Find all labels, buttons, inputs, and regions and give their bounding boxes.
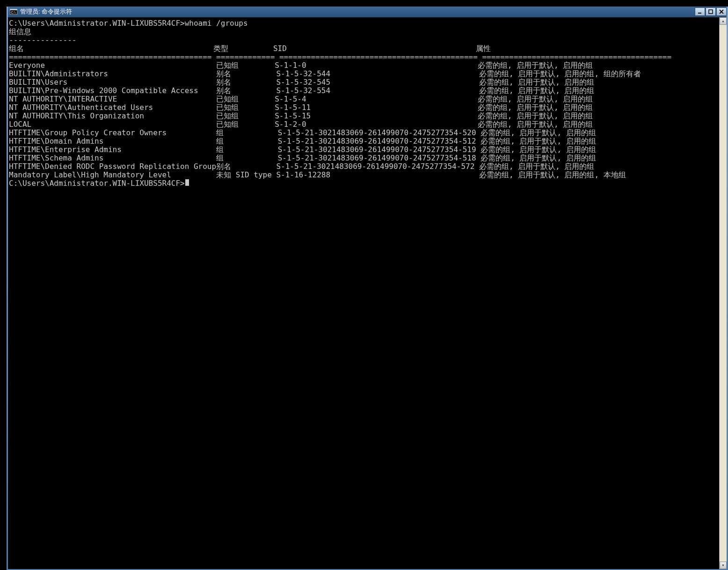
terminal-line: HTFTIME\Group Policy Creator Owners 组 S-…: [9, 129, 719, 137]
vertical-scrollbar[interactable]: ▴ ▾: [719, 17, 727, 569]
terminal-area[interactable]: C:\Users\Administrator.WIN-LIXUBS5R4CF>w…: [8, 17, 727, 569]
cursor: [185, 179, 189, 186]
terminal-line: NT AUTHORITY\This Organization 已知组 S-1-5…: [9, 112, 719, 120]
terminal-line: NT AUTHORITY\Authenticated Users 已知组 S-1…: [9, 103, 719, 112]
terminal-output: C:\Users\Administrator.WIN-LIXUBS5R4CF>w…: [9, 19, 719, 568]
window-frame: C:\ 管理员: 命令提示符 C:\Users\Administrator.WI…: [7, 7, 728, 570]
terminal-line: Everyone 已知组 S-1-1-0 必需的组, 启用于默认, 启用的组: [9, 61, 719, 70]
maximize-button[interactable]: [706, 7, 716, 16]
terminal-line: 组信息: [9, 28, 719, 36]
terminal-line: BUILTIN\Pre-Windows 2000 Compatible Acce…: [9, 87, 719, 95]
terminal-line: ========================================…: [9, 53, 719, 61]
terminal-line: BUILTIN\Users 别名 S-1-5-32-545 必需的组, 启用于默…: [9, 78, 719, 87]
terminal-line: C:\Users\Administrator.WIN-LIXUBS5R4CF>w…: [9, 19, 719, 28]
terminal-line: HTFTIME\Schema Admins 组 S-1-5-21-3021483…: [9, 154, 719, 162]
terminal-line: NT AUTHORITY\INTERACTIVE 已知组 S-1-5-4 必需的…: [9, 95, 719, 103]
scroll-up-button[interactable]: ▴: [720, 17, 727, 25]
terminal-prompt-line: C:\Users\Administrator.WIN-LIXUBS5R4CF>: [9, 179, 719, 188]
terminal-line: HTFTIME\Domain Admins 组 S-1-5-21-3021483…: [9, 137, 719, 146]
terminal-line: LOCAL 已知组 S-1-2-0 必需的组, 启用于默认, 启用的组: [9, 120, 719, 129]
terminal-line: ---------------: [9, 36, 719, 44]
close-button[interactable]: [716, 7, 727, 16]
terminal-line: 组名 类型 SID 属性: [9, 44, 719, 53]
svg-text:C:\: C:\: [11, 10, 16, 15]
scroll-down-button[interactable]: ▾: [720, 562, 727, 569]
terminal-line: Mandatory Label\High Mandatory Level 未知 …: [9, 171, 719, 179]
window-title: 管理员: 命令提示符: [19, 7, 694, 16]
minimize-button[interactable]: [695, 7, 705, 16]
svg-rect-4: [709, 10, 713, 14]
terminal-line: HTFTIME\Enterprise Admins 组 S-1-5-21-302…: [9, 146, 719, 154]
cmd-icon: C:\: [10, 8, 17, 15]
terminal-line: HTFTIME\Denied RODC Password Replication…: [9, 162, 719, 171]
scroll-track[interactable]: [720, 25, 727, 562]
titlebar[interactable]: C:\ 管理员: 命令提示符: [8, 7, 727, 17]
terminal-line: BUILTIN\Administrators 别名 S-1-5-32-544 必…: [9, 70, 719, 78]
